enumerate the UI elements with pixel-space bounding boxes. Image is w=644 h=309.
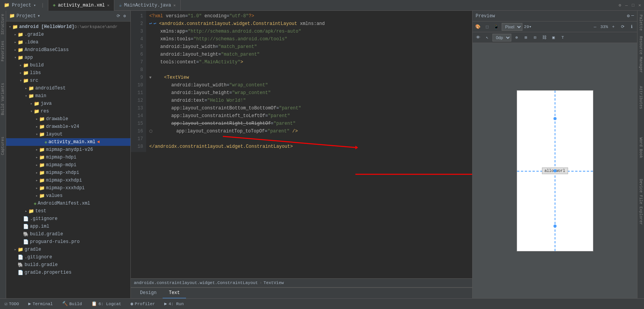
project-dropdown-icon[interactable]: ▾ bbox=[33, 3, 36, 8]
code-line-11[interactable]: android:layout_height="wrap_content" bbox=[149, 89, 469, 97]
code-line-5[interactable]: android:layout_width="match_parent" bbox=[149, 43, 469, 51]
tree-item-mipmap-xhdpi[interactable]: ▸📁mipmap-xhdpi bbox=[6, 169, 130, 177]
status-item-run[interactable]: ▶4: Run bbox=[163, 299, 185, 309]
tree-item--gitignore[interactable]: 📄.gitignore bbox=[6, 215, 130, 223]
align-btn[interactable]: ⊟ bbox=[531, 34, 539, 41]
gear-icon[interactable]: ⚙ bbox=[123, 13, 126, 18]
tree-item--gitignore[interactable]: 📄.gitignore bbox=[6, 253, 130, 261]
code-line-9[interactable]: ▼ <TextView bbox=[149, 74, 469, 81]
info-btn[interactable]: ℹ bbox=[628, 23, 636, 31]
close-icon[interactable]: ✕ bbox=[638, 3, 641, 8]
guidelines-btn[interactable]: ⊞ bbox=[522, 34, 530, 41]
layout-btn[interactable]: ▣ bbox=[550, 34, 557, 41]
breadcrumb-root[interactable]: androidx.constraintlayout.widget.Constra… bbox=[134, 281, 258, 285]
tree-item-src[interactable]: ▾📁src bbox=[6, 77, 130, 84]
preview-settings-icon[interactable]: ⚙ bbox=[627, 13, 630, 19]
tree-item-java[interactable]: ▸📁java bbox=[6, 100, 130, 107]
project-header-dropdown[interactable]: ▾ bbox=[37, 13, 40, 19]
zoom-in-btn[interactable]: + bbox=[609, 23, 617, 31]
tree-item--gradle[interactable]: ▸📁.gradle bbox=[6, 31, 130, 38]
blueprint-btn[interactable]: ⬚ bbox=[483, 23, 491, 31]
constraint-btn[interactable]: ⊕ bbox=[513, 34, 520, 41]
tree-item-androidTest[interactable]: ▸📁androidTest bbox=[6, 84, 130, 92]
device-select[interactable]: Pixel bbox=[502, 23, 522, 31]
preview-minimize-icon[interactable]: — bbox=[631, 13, 634, 19]
minimize-icon[interactable]: — bbox=[625, 3, 628, 8]
code-line-16[interactable]: ⬡ app:layout_constraintTop_toTopOf="pare… bbox=[149, 127, 469, 135]
tab-close-activity-main[interactable]: ✕ bbox=[107, 3, 109, 8]
tree-item-activity-main-xml[interactable]: ◈activity_main.xml◄ bbox=[6, 138, 130, 146]
tree-item-app[interactable]: ▾📁app bbox=[6, 54, 130, 61]
code-line-17[interactable] bbox=[149, 135, 469, 143]
tree-item-test[interactable]: ▸📁test bbox=[6, 207, 130, 215]
code-content[interactable]: 123456789101112131415161718 <?xml versio… bbox=[131, 11, 472, 278]
code-line-18[interactable]: </androidx.constraintlayout.widget.Const… bbox=[149, 143, 469, 150]
status-item-profiler[interactable]: ◉Profiler bbox=[129, 299, 156, 309]
tree-item-drawable-v24[interactable]: ▸📁drawable-v24 bbox=[6, 123, 130, 131]
code-line-4[interactable]: xmlns:tools="http://schemas.android.com/… bbox=[149, 35, 469, 43]
tree-item-mipmap-xxhdpi[interactable]: ▸📁mipmap-xxhdpi bbox=[6, 177, 130, 184]
resource-manager-toggle[interactable]: Resource Manager bbox=[639, 34, 643, 75]
code-text[interactable]: <?xml version="1.0" encoding="utf-8"?>↩↩… bbox=[146, 11, 472, 152]
tab-activity-main[interactable]: ◈ activity_main.xml ✕ bbox=[48, 0, 115, 11]
zoom-out-btn[interactable]: — bbox=[591, 23, 599, 31]
status-item-logcat[interactable]: 📋6: Logcat bbox=[90, 299, 123, 309]
attributes-toggle[interactable]: Attributes bbox=[639, 84, 643, 111]
tree-item-values[interactable]: ▸📁values bbox=[6, 192, 130, 200]
structure-panel-toggle[interactable]: Structure bbox=[1, 11, 5, 38]
tree-item-mipmap-mdpi[interactable]: ▸📁mipmap-mdpi bbox=[6, 161, 130, 169]
constraint-dot-bottom[interactable] bbox=[553, 225, 557, 228]
sync-icon[interactable]: ⟳ bbox=[117, 13, 120, 18]
code-line-12[interactable]: android:text="Hello World!" bbox=[149, 97, 469, 104]
code-line-8[interactable] bbox=[149, 66, 469, 74]
status-item-build[interactable]: 🔨Build bbox=[61, 299, 84, 309]
tab-mainactivity[interactable]: ☕ MainActivity.java ✕ bbox=[114, 0, 181, 11]
eye-btn[interactable]: 👁 bbox=[474, 34, 482, 41]
tab-close-mainactivity[interactable]: ✕ bbox=[173, 3, 176, 8]
tree-item-mipmap-hdpi[interactable]: ▸📁mipmap-hdpi bbox=[6, 154, 130, 161]
code-line-3[interactable]: xmlns:app="http://schemas.android.com/ap… bbox=[149, 28, 469, 35]
tree-item-build-gradle[interactable]: 🐘build.gradle bbox=[6, 230, 130, 238]
status-item-terminal[interactable]: ▶Terminal bbox=[27, 299, 54, 309]
breadcrumb-child[interactable]: TextView bbox=[264, 281, 284, 285]
code-line-13[interactable]: app:layout_constraintBottom_toBottomOf="… bbox=[149, 104, 469, 112]
tab-project[interactable]: 📁 Project ▾ | bbox=[0, 0, 48, 11]
refresh-btn[interactable]: ⟳ bbox=[619, 23, 626, 31]
device-file-explorer-toggle[interactable]: Device File Explorer bbox=[639, 177, 643, 227]
tree-item-AndroidBaseClass[interactable]: ▸📁AndroidBaseClass bbox=[6, 46, 130, 54]
tree-item-app-iml[interactable]: 📄app.iml bbox=[6, 223, 130, 230]
text-layout-btn[interactable]: T bbox=[559, 34, 567, 41]
margin-select[interactable]: 0dp bbox=[492, 34, 511, 41]
tree-item-mipmap-anydpi-v26[interactable]: ▸📁mipmap-anydpi-v26 bbox=[6, 146, 130, 154]
tab-text[interactable]: Text bbox=[163, 288, 186, 299]
tree-item-gradle-properties[interactable]: 📄gradle.properties bbox=[6, 269, 130, 276]
cursor-btn[interactable]: ↖ bbox=[483, 34, 491, 41]
tree-item-mipmap-xxxhdpi[interactable]: ▸📁mipmap-xxxhdpi bbox=[6, 184, 130, 192]
tree-item-layout[interactable]: ▾📁layout bbox=[6, 131, 130, 138]
code-line-15[interactable]: app:layout_constraintRight_toRightOf="pa… bbox=[149, 120, 469, 127]
favorites-panel-toggle[interactable]: Favorites bbox=[1, 38, 5, 64]
tree-item-drawable[interactable]: ▸📁drawable bbox=[6, 115, 130, 123]
code-line-10[interactable]: android:layout_width="wrap_content" bbox=[149, 81, 469, 89]
tree-item-gradle[interactable]: ▸📁gradle bbox=[6, 246, 130, 253]
palette-btn[interactable]: 🎨 bbox=[474, 23, 482, 31]
tree-item-build[interactable]: ▸📁build bbox=[6, 61, 130, 69]
constraint-dot-center[interactable] bbox=[553, 169, 557, 172]
api-dropdown[interactable]: 29▾ bbox=[524, 23, 532, 31]
orient-btn[interactable]: 📱 bbox=[492, 23, 500, 31]
tree-item-build-gradle[interactable]: 🐘build.gradle bbox=[6, 261, 130, 269]
code-line-6[interactable]: android:layout_height="match_parent" bbox=[149, 51, 469, 58]
maximize-icon[interactable]: □ bbox=[632, 3, 634, 8]
tree-item-libs[interactable]: ▸📁libs bbox=[6, 69, 130, 77]
tree-item-android--HelloWorld-[interactable]: ▾📁android [HelloWorld] D:\workspace\andr bbox=[6, 23, 130, 31]
constraint-dot-top[interactable] bbox=[553, 117, 557, 120]
tree-item-res[interactable]: ▾📁res bbox=[6, 107, 130, 115]
code-line-14[interactable]: app:layout_constraintLeft_toLeftOf="pare… bbox=[149, 112, 469, 120]
tree-item-AndroidManifest-xml[interactable]: ◈AndroidManifest.xml bbox=[6, 200, 130, 207]
code-line-7[interactable]: tools:context=".MainActivity"> bbox=[149, 58, 469, 66]
tree-item-main[interactable]: ▾📁main bbox=[6, 92, 130, 100]
captures-toggle[interactable]: Captures bbox=[1, 134, 5, 158]
tab-design[interactable]: Design bbox=[134, 288, 163, 299]
tree-item--idea[interactable]: ▸📁.idea bbox=[6, 38, 130, 46]
word-book-toggle[interactable]: Word Book bbox=[639, 135, 643, 160]
